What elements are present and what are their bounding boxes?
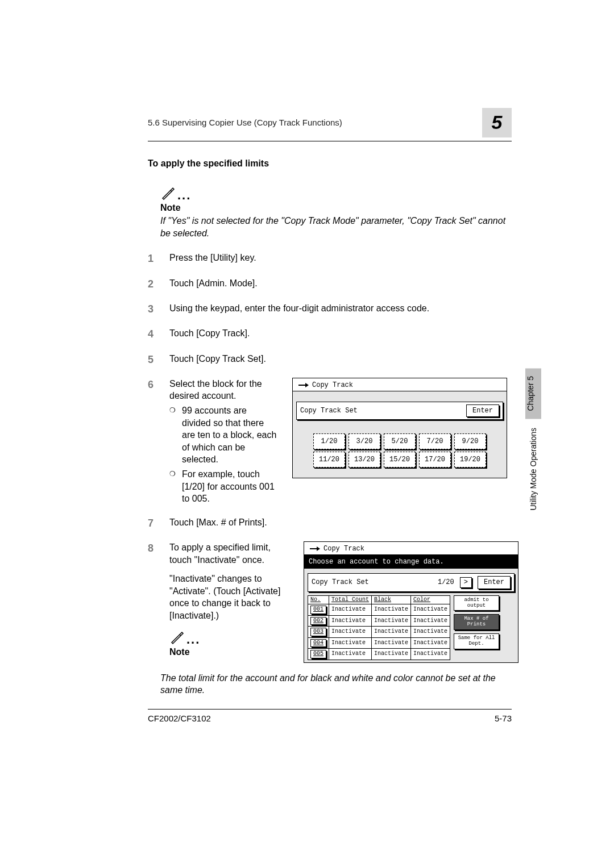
step-number: 5: [148, 353, 158, 366]
section-header: 5.6 Supervising Copier Use (Copy Track F…: [148, 117, 342, 128]
chapter-tab: Chapter 5: [525, 368, 541, 419]
range-button[interactable]: 15/20: [384, 452, 416, 468]
table-row: 001 Inactivate Inactivate Inactivate: [308, 604, 450, 616]
cell[interactable]: Inactivate: [329, 649, 372, 660]
range-button[interactable]: 7/20: [419, 433, 451, 449]
col-no: No.: [308, 595, 329, 604]
cell[interactable]: Inactivate: [411, 604, 450, 616]
next-page-button[interactable]: >: [460, 577, 472, 587]
step-number: 3: [148, 302, 158, 316]
cell[interactable]: Inactivate: [411, 637, 450, 649]
panel-bar-label: Copy Track Set: [300, 406, 358, 415]
range-button[interactable]: 13/20: [349, 452, 380, 468]
header-rule: [148, 141, 512, 141]
step-number: 2: [148, 277, 158, 291]
arrow-right-icon: [298, 382, 309, 389]
step-subitem: 99 accounts are divided so that there ar…: [169, 404, 277, 466]
account-no-button[interactable]: 002: [310, 617, 326, 625]
note-title: Note: [160, 202, 512, 214]
step-subitem: For example, touch [1/20] for accounts 0…: [169, 468, 277, 505]
note-title: Note: [169, 646, 289, 658]
note-block: ... Note If "Yes" is not selected for th…: [160, 186, 512, 240]
step-list: 1 Press the [Utility] key. 2 Touch [Admi…: [148, 252, 512, 662]
side-tab-label: Utility Mode Operations: [528, 428, 539, 511]
chapter-number-box: 5: [482, 108, 512, 137]
table-row: 004 Inactivate Inactivate Inactivate: [308, 637, 450, 649]
step-text: Touch [Copy Track].: [169, 327, 512, 341]
col-color: Color: [411, 595, 450, 604]
copy-track-account-panel: Copy Track Choose an account to change d…: [304, 541, 518, 663]
account-table: No. Total Count Black Color 001 Inactiva…: [308, 595, 450, 660]
table-row: 003 Inactivate Inactivate Inactivate: [308, 627, 450, 638]
same-all-dept-button[interactable]: Same for All Dept.: [454, 633, 499, 649]
cell[interactable]: Inactivate: [411, 627, 450, 638]
ellipsis-icon: ...: [177, 193, 191, 201]
step-text: Touch [Admin. Mode].: [169, 277, 512, 291]
step-number: 4: [148, 327, 158, 341]
step-text: Touch [Max. # of Prints].: [169, 516, 512, 530]
footer-page: 5-73: [495, 713, 512, 724]
range-button[interactable]: 11/20: [313, 452, 345, 468]
cell[interactable]: Inactivate: [411, 649, 450, 660]
cell[interactable]: Inactivate: [372, 627, 411, 638]
step-number: 1: [148, 252, 158, 265]
range-button[interactable]: 19/20: [454, 452, 486, 468]
col-total: Total Count: [329, 595, 372, 604]
page-indicator: 1/20: [438, 578, 454, 587]
step-number: 6: [148, 378, 158, 505]
admit-output-button[interactable]: admit to output: [454, 595, 499, 611]
step-number: 7: [148, 516, 158, 530]
panel-instruction: Choose an account to change data.: [304, 555, 518, 569]
account-no-button[interactable]: 005: [310, 650, 326, 658]
panel-title: Copy Track: [312, 381, 353, 390]
subheading: To apply the specified limits: [148, 157, 512, 170]
panel-bar-label: Copy Track Set: [312, 578, 432, 587]
step-text: Touch [Copy Track Set].: [169, 353, 512, 366]
step-number: 8: [148, 541, 158, 663]
arrow-right-icon: [310, 545, 320, 552]
side-tab: Chapter 5 Utility Mode Operations: [525, 368, 541, 511]
footer-rule: [148, 709, 512, 710]
cell[interactable]: Inactivate: [372, 604, 411, 616]
ellipsis-icon: ...: [186, 637, 200, 645]
col-black: Black: [372, 595, 411, 604]
pen-icon: [169, 630, 184, 645]
range-button[interactable]: 3/20: [349, 433, 380, 449]
footer-model: CF2002/CF3102: [148, 713, 211, 724]
step-text: Select the block for the desired account…: [169, 378, 277, 402]
copy-track-panel: Copy Track Copy Track Set Enter 1/20 3/2…: [292, 378, 507, 478]
range-button[interactable]: 5/20: [384, 433, 416, 449]
range-button[interactable]: 17/20: [419, 452, 451, 468]
range-button[interactable]: 1/20: [313, 433, 345, 449]
panel-title: Copy Track: [323, 544, 364, 553]
note-body: If "Yes" is not selected for the "Copy T…: [160, 215, 512, 239]
step-text: "Inactivate" changes to "Activate". (Tou…: [169, 573, 289, 621]
cell[interactable]: Inactivate: [329, 604, 372, 616]
enter-button[interactable]: Enter: [466, 404, 499, 417]
step-text: To apply a specified limit, touch "Inact…: [169, 541, 289, 566]
max-prints-button[interactable]: Max # of Prints: [454, 614, 499, 630]
step-text: Using the keypad, enter the four-digit a…: [169, 302, 512, 316]
account-no-button[interactable]: 001: [310, 606, 326, 614]
cell[interactable]: Inactivate: [411, 615, 450, 627]
note-body: The total limit for the account and for …: [160, 672, 512, 696]
step-text: Press the [Utility] key.: [169, 252, 512, 265]
table-row: 002 Inactivate Inactivate Inactivate: [308, 615, 450, 627]
cell[interactable]: Inactivate: [372, 649, 411, 660]
account-no-button[interactable]: 004: [310, 639, 326, 648]
cell[interactable]: Inactivate: [329, 637, 372, 649]
enter-button[interactable]: Enter: [478, 576, 511, 589]
cell[interactable]: Inactivate: [372, 615, 411, 627]
cell[interactable]: Inactivate: [329, 627, 372, 638]
range-button[interactable]: 9/20: [454, 433, 486, 449]
block-grid: 1/20 3/20 5/20 7/20 9/20 11/20 13/20 15/…: [293, 420, 507, 478]
cell[interactable]: Inactivate: [329, 615, 372, 627]
table-row: 005 Inactivate Inactivate Inactivate: [308, 649, 450, 660]
cell[interactable]: Inactivate: [372, 637, 411, 649]
pen-icon: [160, 186, 175, 201]
account-no-button[interactable]: 003: [310, 628, 326, 636]
